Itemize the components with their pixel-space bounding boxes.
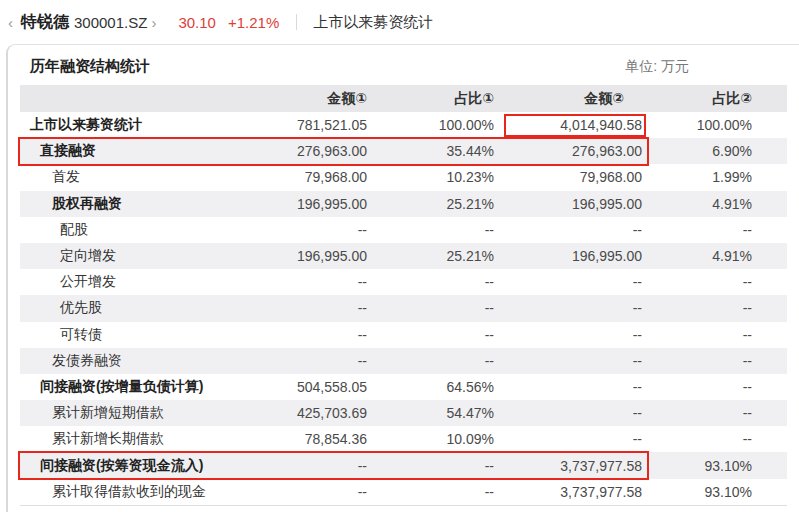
row-value: -- xyxy=(367,222,494,238)
section-title: 历年融资结构统计 xyxy=(30,57,150,76)
row-label: 公开增发 xyxy=(20,273,242,291)
row-value: 4.91% xyxy=(642,196,752,212)
row-value: 35.44% xyxy=(367,143,494,159)
back-chevron-icon[interactable]: ‹ xyxy=(4,14,17,31)
row-value: -- xyxy=(494,300,642,316)
table-row: 间接融资(按筹资现金流入)----3,737,977.5893.10% xyxy=(20,452,787,478)
row-value: -- xyxy=(494,327,642,343)
row-value: -- xyxy=(367,353,494,369)
row-value: -- xyxy=(494,222,642,238)
row-value: -- xyxy=(242,458,367,474)
row-value: 196,995.00 xyxy=(494,196,642,212)
row-value: 79,968.00 xyxy=(494,169,642,185)
row-value: -- xyxy=(494,379,642,395)
row-label: 直接融资 xyxy=(20,142,242,160)
row-value: -- xyxy=(242,327,367,343)
table-row: 直接融资276,963.0035.44%276,963.006.90% xyxy=(20,138,787,164)
row-label: 间接融资(按筹资现金流入) xyxy=(20,457,242,475)
table-row: 股权再融资196,995.0025.21%196,995.004.91% xyxy=(20,191,787,217)
row-value: 276,963.00 xyxy=(494,143,642,159)
row-label: 股权再融资 xyxy=(20,195,242,213)
row-label: 累计新增短期借款 xyxy=(20,404,242,422)
table-row: 定向增发196,995.0025.21%196,995.004.91% xyxy=(20,243,787,269)
row-value: -- xyxy=(242,222,367,238)
row-value: 93.10% xyxy=(642,484,752,500)
row-value: 64.56% xyxy=(367,379,494,395)
row-value: 1.99% xyxy=(642,169,752,185)
row-value: -- xyxy=(242,300,367,316)
row-value: -- xyxy=(642,405,752,421)
row-value: -- xyxy=(494,274,642,290)
topbar-divider xyxy=(296,14,297,30)
content-panel: 历年融资结构统计 单位: 万元 金额① 占比① 金额② 占比② 上市以来募资统计… xyxy=(6,44,799,512)
row-label: 发债券融资 xyxy=(20,352,242,370)
table-row: 发债券融资-------- xyxy=(20,348,787,374)
row-label: 首发 xyxy=(20,168,242,186)
table-row: 可转债-------- xyxy=(20,322,787,348)
row-value: -- xyxy=(642,379,752,395)
row-value: 4.91% xyxy=(642,248,752,264)
row-value: 25.21% xyxy=(367,248,494,264)
row-label: 定向增发 xyxy=(20,247,242,265)
row-value: 3,737,977.58 xyxy=(494,484,642,500)
row-value: 6.90% xyxy=(642,143,752,159)
row-value: 79,968.00 xyxy=(242,169,367,185)
table-row: 优先股-------- xyxy=(20,295,787,321)
row-value: 54.47% xyxy=(367,405,494,421)
row-value: 196,995.00 xyxy=(242,196,367,212)
row-value: 78,854.36 xyxy=(242,431,367,447)
row-value: -- xyxy=(367,458,494,474)
row-value: -- xyxy=(642,353,752,369)
table-row: 累计新增短期借款425,703.6954.47%---- xyxy=(20,400,787,426)
unit-label: 单位: 万元 xyxy=(625,58,689,76)
header-ratio-1: 占比① xyxy=(367,90,494,108)
row-value: -- xyxy=(367,274,494,290)
table-row: 公开增发-------- xyxy=(20,269,787,295)
row-value: 93.10% xyxy=(642,458,752,474)
row-label: 可转债 xyxy=(20,326,242,344)
table-row: 累计新增长期借款78,854.3610.09%---- xyxy=(20,426,787,452)
row-label: 配股 xyxy=(20,221,242,239)
row-value: -- xyxy=(642,222,752,238)
table-row: 间接融资(按增量负债计算)504,558.0564.56%---- xyxy=(20,374,787,400)
row-value: 781,521.05 xyxy=(242,117,367,133)
row-value: 100.00% xyxy=(642,117,752,133)
stock-price: 30.10 xyxy=(178,14,216,31)
row-label: 累计取得借款收到的现金 xyxy=(20,483,242,501)
table-row: 首发79,968.0010.23%79,968.001.99% xyxy=(20,164,787,190)
row-value: 276,963.00 xyxy=(242,143,367,159)
top-bar: ‹ 特锐德 300001.SZ › 30.10 +1.21% 上市以来募资统计 xyxy=(0,0,799,44)
row-value: 196,995.00 xyxy=(242,248,367,264)
forward-chevron-icon[interactable]: › xyxy=(147,14,160,31)
table-row: 上市以来募资统计781,521.05100.00%4,014,940.58100… xyxy=(20,112,787,138)
row-value: -- xyxy=(242,274,367,290)
row-value: -- xyxy=(367,300,494,316)
row-value: 10.23% xyxy=(367,169,494,185)
table-body: 上市以来募资统计781,521.05100.00%4,014,940.58100… xyxy=(20,112,787,505)
table-bottom-divider xyxy=(20,505,787,506)
row-value: 3,737,977.58 xyxy=(494,458,642,474)
row-value: -- xyxy=(642,274,752,290)
row-value: 504,558.05 xyxy=(242,379,367,395)
row-value: -- xyxy=(494,431,642,447)
stock-change-percent: +1.21% xyxy=(228,14,279,31)
header-ratio-2: 占比② xyxy=(642,90,752,108)
row-value: 196,995.00 xyxy=(494,248,642,264)
row-label: 优先股 xyxy=(20,299,242,317)
page-title: 上市以来募资统计 xyxy=(313,13,433,32)
table-header-row: 金额① 占比① 金额② 占比② xyxy=(20,85,787,112)
row-label: 累计新增长期借款 xyxy=(20,430,242,448)
header-amount-1: 金额① xyxy=(242,90,367,108)
section-header: 历年融资结构统计 单位: 万元 xyxy=(8,45,799,85)
row-value: 100.00% xyxy=(367,117,494,133)
row-value: -- xyxy=(642,431,752,447)
row-value: -- xyxy=(642,327,752,343)
stock-code: 300001.SZ xyxy=(74,14,147,31)
row-value: -- xyxy=(242,353,367,369)
row-value: 425,703.69 xyxy=(242,405,367,421)
table-row: 累计取得借款收到的现金----3,737,977.5893.10% xyxy=(20,479,787,505)
table-row: 配股-------- xyxy=(20,217,787,243)
row-value: -- xyxy=(494,405,642,421)
stock-name: 特锐德 xyxy=(21,12,69,33)
row-value: 10.09% xyxy=(367,431,494,447)
